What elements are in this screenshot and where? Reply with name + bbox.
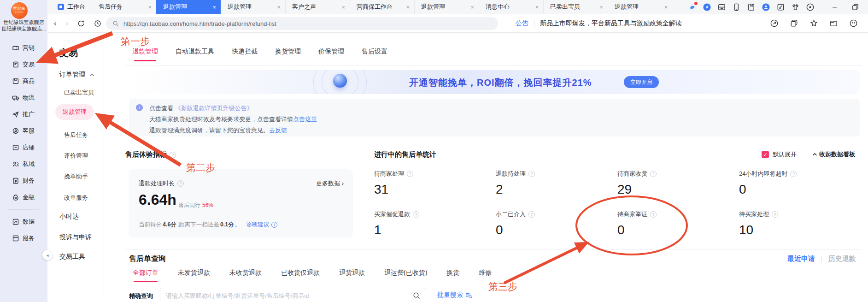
help-icon[interactable]: ? xyxy=(407,171,413,177)
recent-applications-link[interactable]: 最近申请 xyxy=(787,255,815,263)
open-external-icon[interactable] xyxy=(770,19,779,28)
sidebar-item-banking[interactable]: 金融 xyxy=(0,189,47,206)
browser-tab-customer-voice[interactable]: 客户之声× xyxy=(285,0,350,14)
wangwang-messenger-icon[interactable] xyxy=(688,3,697,12)
smart-retention-banner[interactable]: 开通智能挽单，ROI翻倍，挽回率提升21% 立即开启 xyxy=(129,70,860,94)
record-circle-icon[interactable] xyxy=(806,3,815,12)
panel-collapse-handle[interactable]: ◂ xyxy=(42,250,53,260)
help-icon[interactable]: ? xyxy=(650,171,657,177)
stat-staff-intervened[interactable]: 小二已介入? 0 xyxy=(496,210,617,251)
stat-buyer-urging-refund[interactable]: 买家催促退款? 1 xyxy=(374,210,496,251)
sidebar-item-private-domain[interactable]: 私域 xyxy=(0,156,47,172)
page-tab-refund-management[interactable]: 退款管理 xyxy=(132,47,158,61)
sidebar-item-service-desk[interactable]: 客服 xyxy=(0,123,47,139)
stat-timeout-24h[interactable]: 24小时内即将超时? 0 xyxy=(739,170,861,210)
close-icon[interactable]: × xyxy=(470,4,474,11)
notebook-icon[interactable] xyxy=(747,3,756,12)
nav-group-trade-tools[interactable]: 交易工具 xyxy=(59,253,85,261)
query-tab-repair[interactable]: 维修 xyxy=(479,269,492,282)
browser-tab-refund-management-active[interactable]: 退款管理× xyxy=(156,0,221,14)
advice-info-icon[interactable]: i xyxy=(271,222,277,228)
order-search-input[interactable] xyxy=(166,292,413,299)
query-tab-refund-not-received[interactable]: 未收货退款 xyxy=(229,269,262,282)
stat-refund-pending[interactable]: 退款待处理? 2 xyxy=(496,170,617,210)
diagnosis-advice-link[interactable]: 诊断建议 xyxy=(246,221,269,229)
query-tab-return-refund[interactable]: 退货退款 xyxy=(339,269,365,282)
close-icon[interactable]: × xyxy=(341,4,345,11)
browser-tab-aftersale-tasks[interactable]: 售后任务× xyxy=(92,0,156,14)
sidebar-item-marketing[interactable]: 营销 xyxy=(0,40,47,56)
help-icon[interactable]: ? xyxy=(528,211,535,218)
nav-item-refund-management[interactable]: 退款管理 xyxy=(55,104,94,120)
query-tab-all-orders[interactable]: 全部订单 xyxy=(133,269,158,282)
card-reader-icon[interactable] xyxy=(717,3,726,12)
collapse-data-board[interactable]: 收起数据看板 xyxy=(812,150,855,159)
nav-item-retention-assistant[interactable]: 挽单助手 xyxy=(64,172,88,181)
phone-icon[interactable] xyxy=(732,3,741,12)
announcement-bar[interactable]: 公告 新品上市即爆发，平台新品工具与激励政策全解读 xyxy=(516,14,682,33)
help-icon[interactable]: ? xyxy=(790,171,797,177)
page-tab-price-protection[interactable]: 价保管理 xyxy=(318,47,344,61)
store-avatar[interactable]: 世纪缘 SJONO xyxy=(11,2,28,19)
close-icon[interactable]: × xyxy=(148,4,152,11)
sidebar-item-trade[interactable]: 交易 xyxy=(0,56,47,73)
nav-group-order-management[interactable]: 订单管理 xyxy=(59,71,94,79)
home-tab[interactable]: 工作台 xyxy=(47,0,92,14)
click-here-link[interactable]: 点击这里 xyxy=(293,116,317,123)
sidebar-item-data[interactable]: 数据 xyxy=(0,213,47,230)
downloads-folder-icon[interactable] xyxy=(829,19,838,28)
compose-note-icon[interactable] xyxy=(776,3,785,12)
browser-tab-refund-management-2[interactable]: 退款管理× xyxy=(221,0,285,14)
browser-tab-business-workbench[interactable]: 营商保工作台× xyxy=(350,0,414,14)
close-icon[interactable]: × xyxy=(277,4,281,11)
restore-window-icon[interactable] xyxy=(851,3,860,12)
nav-item-sold-items[interactable]: 已卖出宝贝 xyxy=(64,89,94,97)
stat-pending-merchant[interactable]: 待商家处理? 31 xyxy=(374,170,496,210)
shirt-icon[interactable] xyxy=(791,3,800,12)
help-icon[interactable]: ? xyxy=(650,211,657,218)
page-tab-aftersale-settings[interactable]: 售后设置 xyxy=(362,47,387,61)
contacts-icon[interactable] xyxy=(762,3,770,12)
page-tab-auto-refund-tools[interactable]: 自动退款工具 xyxy=(176,47,214,61)
tab-overview-icon[interactable] xyxy=(790,19,798,28)
stat-awaiting-buyer-action[interactable]: 待买家处理? 10 xyxy=(739,210,861,251)
browser-tab-refund-management-3[interactable]: 退款管理× xyxy=(414,0,479,14)
query-tab-exchange[interactable]: 换货 xyxy=(446,269,459,282)
back-icon[interactable]: ‹ xyxy=(54,19,57,27)
nav-group-complaints-appeals[interactable]: 投诉与申诉 xyxy=(59,233,92,242)
refresh-icon[interactable] xyxy=(77,20,85,27)
history-refunds-link[interactable]: 历史退款 xyxy=(828,255,856,263)
search-icon[interactable] xyxy=(413,292,420,299)
close-icon[interactable]: × xyxy=(664,4,668,11)
browser-tab-message-center[interactable]: 消息中心× xyxy=(479,0,543,14)
stat-awaiting-merchant-receipt[interactable]: 待商家收货? 29 xyxy=(617,170,739,210)
nav-item-aftersale-tasks[interactable]: 售后任务 xyxy=(64,131,88,139)
page-tab-parcel-interception[interactable]: 快递拦截 xyxy=(232,47,258,61)
sidebar-item-finance[interactable]: 财务 xyxy=(0,172,47,189)
nav-item-order-modify-service[interactable]: 改单服务 xyxy=(64,194,88,202)
batch-search-link[interactable]: 批量搜索 xyxy=(437,291,472,299)
page-tab-exchange-management[interactable]: 换货管理 xyxy=(275,47,301,61)
help-icon[interactable]: ? xyxy=(170,152,176,158)
forward-icon[interactable]: › xyxy=(66,19,69,27)
nav-item-review-management[interactable]: 评价管理 xyxy=(64,152,88,160)
nav-group-hourly-delivery[interactable]: 小时达 xyxy=(59,213,79,221)
sidebar-item-promotion[interactable]: 推广 xyxy=(0,106,47,123)
stat-awaiting-merchant-evidence[interactable]: 待商家举证? 0 xyxy=(617,210,739,251)
browser-tab-sold-items[interactable]: 已卖出宝贝× xyxy=(543,0,608,14)
upgrade-announcement-link[interactable]: 《新版退款详情页升级公告》 xyxy=(175,105,253,112)
help-icon[interactable]: ? xyxy=(413,211,419,218)
browser-tab-refund-management-4[interactable]: 退款管理× xyxy=(608,0,672,14)
star-bookmark-icon[interactable] xyxy=(809,19,818,28)
enable-now-button[interactable]: 立即开启 xyxy=(624,76,659,88)
address-bar[interactable]: https://qn.taobao.com/home.htm/trade-pla… xyxy=(106,17,498,30)
help-icon[interactable]: ? xyxy=(177,180,184,187)
feedback-link[interactable]: 去反馈 xyxy=(269,127,287,134)
close-icon[interactable]: × xyxy=(535,4,539,11)
sidebar-item-logistics[interactable]: 物流 xyxy=(0,89,47,106)
checkbox-checked-icon[interactable]: ✓ xyxy=(762,151,769,158)
sidebar-item-services[interactable]: 服务 xyxy=(0,230,47,247)
query-tab-refund-not-shipped[interactable]: 未发货退款 xyxy=(178,269,210,282)
qianniu-lightning-icon[interactable] xyxy=(703,3,711,12)
sidebar-item-shop[interactable]: 店铺 xyxy=(0,139,47,156)
